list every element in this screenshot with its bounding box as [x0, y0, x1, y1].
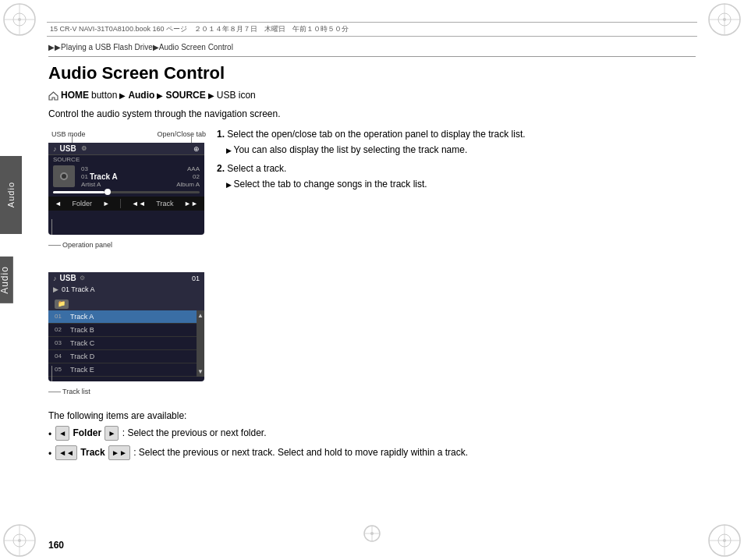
next-folder-btn[interactable]: ► — [103, 200, 110, 207]
step1-text: Select the open/close tab on the operati… — [227, 129, 525, 140]
folder-bold-label: Folder — [73, 427, 101, 438]
track-bold-label: Track — [80, 447, 105, 458]
track-time: 02 — [193, 173, 200, 180]
track-number-main: 01 — [81, 173, 88, 180]
step2: 2. Select a track. Select the tab to cha… — [217, 161, 696, 191]
track-label: Track — [156, 200, 173, 207]
prev-folder-inline-btn: ◄ — [55, 426, 69, 441]
prev-folder-btn[interactable]: ◄ — [55, 200, 62, 207]
track-list-item[interactable]: 03Track C — [48, 337, 197, 350]
track-list-item[interactable]: 04Track D — [48, 350, 197, 363]
screen2: ♪ USB ⚙ 01 ▶ 01 Track A 📁 — [48, 272, 204, 381]
screen2-wrapper: ♪ USB ⚙ 01 ▶ 01 Track A 📁 — [48, 272, 204, 381]
album-art — [53, 165, 75, 187]
bullet-item-folder: • ◄ Folder ► : Select the previous or ne… — [48, 425, 696, 442]
scroll-down-arrow[interactable]: ▼ — [197, 368, 204, 375]
scroll-up-arrow[interactable]: ▲ — [197, 312, 204, 319]
next-track-inline-btn: ►► — [108, 445, 130, 460]
artist-name: Artist A — [81, 181, 101, 188]
breadcrumb: ▶▶Playing a USB Flash Drive▶Audio Screen… — [48, 43, 696, 51]
screens-column: USB mode Open/Close tab ♪ USB ⚙ ⊕ — [48, 127, 204, 397]
track-list-item[interactable]: 05Track E — [48, 363, 197, 377]
screen1-wrapper: USB mode Open/Close tab ♪ USB ⚙ ⊕ — [48, 143, 204, 235]
screen2-playing: 01 Track A — [62, 285, 95, 293]
screen1-track-info: 03 AAA 01 Track A 02 Artist A Album A — [48, 164, 204, 190]
next-track-btn[interactable]: ►► — [184, 200, 198, 207]
progress-bar-container — [48, 190, 204, 195]
breadcrumb-text: ▶▶Playing a USB Flash Drive▶Audio Screen… — [48, 43, 233, 51]
track-list-line — [51, 366, 52, 381]
label-track-list: Track list — [48, 388, 90, 395]
prev-track-btn[interactable]: ◄◄ — [132, 200, 146, 207]
print-header: 15 CR-V NAVI-31T0A8100.book 160 ページ ２０１４… — [47, 22, 697, 37]
track-name-sub: AAA — [187, 165, 200, 172]
corner-bottom-left — [0, 521, 39, 560]
print-header-text: 15 CR-V NAVI-31T0A8100.book 160 ページ ２０１４… — [50, 24, 349, 34]
prev-track-inline-btn: ◄◄ — [55, 445, 77, 460]
progress-fill — [53, 191, 105, 193]
step2-text: Select a track. — [227, 163, 286, 174]
corner-bottom-right — [705, 521, 744, 560]
screen1-controls: ◄ Folder ► ◄◄ Track ►► — [48, 197, 204, 211]
progress-dot — [105, 189, 111, 195]
screen1-source: SOURCE — [48, 155, 204, 164]
screen1: ♪ USB ⚙ ⊕ SOURCE 03 — [48, 143, 204, 235]
track-list-item[interactable]: 02Track B — [48, 324, 197, 337]
album-name: Album A — [176, 181, 200, 188]
label-usb-mode: USB mode — [51, 130, 86, 138]
svg-point-19 — [723, 539, 726, 542]
instructions-list: 1. Select the open/close tab on the oper… — [217, 127, 696, 191]
step1-num: 1. — [217, 129, 225, 140]
home-icon — [48, 90, 58, 101]
screen1-header: ♪ USB ⚙ ⊕ — [48, 143, 204, 155]
items-intro: The following items are available: — [48, 408, 696, 424]
svg-point-14 — [18, 539, 21, 542]
folder-icon: 📁 — [55, 299, 69, 309]
track-list-items: 01Track A02Track B03Track C04Track D05Tr… — [48, 310, 197, 377]
home-label: HOME — [61, 90, 89, 101]
screen1-title: USB — [60, 144, 76, 153]
step2-num: 2. — [217, 163, 225, 174]
step1: 1. Select the open/close tab on the oper… — [217, 127, 696, 157]
screen2-title: USB — [60, 274, 76, 282]
svg-point-23 — [370, 532, 374, 535]
sidebar-bg: Audio — [0, 156, 22, 234]
track-list-scroll-area: 01Track A02Track B03Track C04Track D05Tr… — [48, 310, 204, 377]
operation-panel-line — [51, 219, 52, 235]
instructions-column: 1. Select the open/close tab on the oper… — [217, 127, 696, 397]
items-section: The following items are available: • ◄ F… — [48, 408, 696, 462]
next-folder-inline-btn: ► — [105, 426, 119, 441]
track-list-item[interactable]: 01Track A — [48, 310, 197, 324]
screen1-num: ⊕ — [193, 145, 200, 153]
scrollbar[interactable]: ▲ ▼ — [197, 310, 204, 377]
bullet-item-track: • ◄◄ Track ►► : Select the previous or n… — [48, 445, 696, 462]
page-title: Audio Screen Control — [48, 63, 696, 83]
step2-sub: Select the tab to change songs in the tr… — [217, 177, 696, 191]
home-line: HOME button ▶ Audio ▶ SOURCE ▶ USB icon — [48, 90, 696, 101]
label-operation-panel: Operation panel — [48, 241, 112, 249]
track-num-sub: 03 — [81, 165, 88, 172]
folder-label: Folder — [73, 200, 93, 207]
svg-point-4 — [18, 18, 21, 21]
sidebar-label: Audio — [0, 257, 13, 303]
corner-top-left — [0, 0, 39, 39]
svg-point-9 — [723, 18, 726, 21]
step1-sub: You can also display the list by selecti… — [217, 143, 696, 157]
page-number: 160 — [48, 540, 64, 551]
label-open-close: Open/Close tab — [157, 130, 206, 138]
sidebar-text: Audio — [6, 182, 16, 207]
screen2-header: ♪ USB ⚙ 01 — [48, 272, 204, 284]
music-icon: ♪ — [53, 145, 57, 153]
usb-mode-line — [72, 135, 73, 143]
track-name-main: Track A — [90, 172, 118, 181]
open-close-line — [191, 135, 192, 143]
control-sentence: Control the audio system through the nav… — [48, 108, 696, 119]
music-icon2: ♪ — [53, 275, 57, 282]
title-divider — [48, 56, 696, 57]
corner-top-right — [705, 0, 744, 39]
